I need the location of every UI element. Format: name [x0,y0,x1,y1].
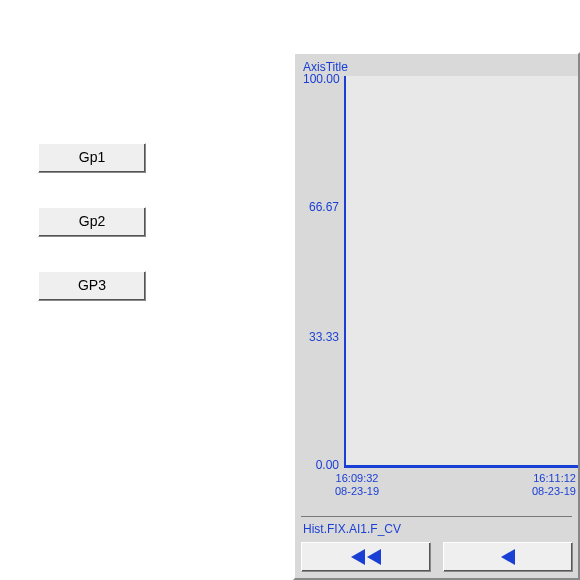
rewind-fast-button[interactable] [301,542,431,572]
group-3-button[interactable]: GP3 [38,271,146,301]
y-tick-3333: 33.33 [303,330,339,344]
legend-divider [301,516,572,517]
y-tick-6667: 66.67 [303,200,339,214]
x-tick-start-date: 08-23-19 [335,485,379,497]
x-tick-end-time: 16:11:12 [533,472,576,484]
legend-item-1: Hist.FIX.AI1.F_CV [303,522,401,536]
chart-plot-area[interactable] [344,76,578,468]
y-tick-100: 100.00 [303,72,339,86]
x-tick-start: 16:09:32 08-23-19 [335,472,379,498]
app-canvas: Gp1 Gp2 GP3 AxisTitle 100.00 66.67 33.33… [0,0,580,580]
x-tick-end: 16:11:12 08-23-19 [532,472,576,498]
rewind-button[interactable] [443,542,573,572]
group-1-button[interactable]: Gp1 [38,143,146,173]
x-tick-end-date: 08-23-19 [532,485,576,497]
double-left-arrow-icon [351,549,381,565]
chart-nav-toolbar [301,542,572,572]
x-tick-start-time: 16:09:32 [336,472,379,484]
left-arrow-icon [501,549,515,565]
y-tick-0: 0.00 [303,458,339,472]
group-2-button[interactable]: Gp2 [38,207,146,237]
chart-panel: AxisTitle 100.00 66.67 33.33 0.00 16:09:… [293,52,580,580]
